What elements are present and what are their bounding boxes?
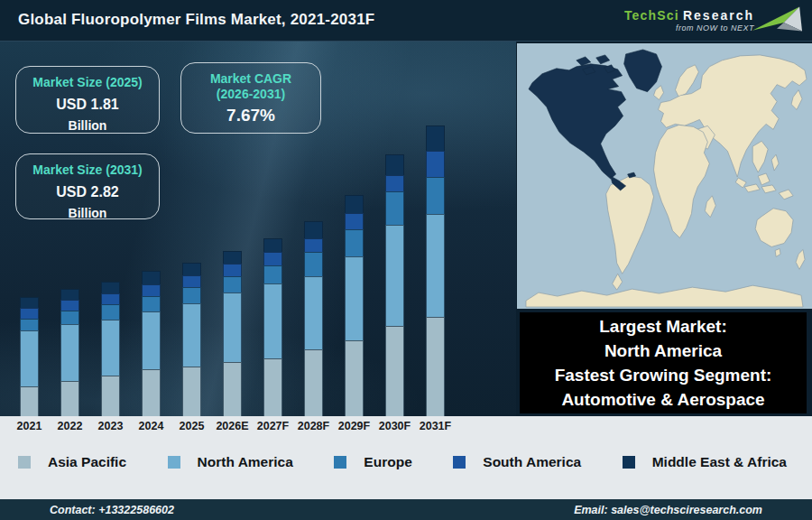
bar-segment-north-america: [345, 256, 364, 340]
stacked-bar: [182, 263, 201, 416]
bar-segment-middle-east-africa: [304, 221, 323, 238]
bar-segment-europe: [426, 177, 445, 214]
bar-segment-europe: [345, 229, 364, 256]
bar-segment-south-america: [20, 308, 39, 319]
year-label-2031f: 2031F: [415, 420, 456, 432]
legend-label: Middle East & Africa: [652, 454, 787, 470]
header: Global Fluoropolymer Films Market, 2021-…: [0, 0, 812, 42]
footer: Contact: +13322586602 Email: sales@techs…: [0, 499, 812, 520]
stacked-bar: [426, 125, 445, 416]
bar-chart-panel: Market Size (2025) USD 1.81 Billion Mark…: [0, 42, 516, 416]
bar-segment-south-america: [60, 300, 79, 311]
logo-brand-secondary: Research: [683, 8, 754, 23]
bar-segment-south-america: [263, 252, 282, 265]
bar-segment-middle-east-africa: [20, 297, 39, 308]
bar-segment-asia-pacific: [101, 376, 120, 416]
bar-segment-north-america: [20, 330, 39, 386]
bar-segment-asia-pacific: [426, 317, 445, 416]
bar-segment-europe: [223, 276, 242, 292]
bottom-band: 202120222023202420252026E2027F2028F2029F…: [0, 416, 812, 499]
bar-segment-south-america: [142, 284, 161, 296]
bar-segment-asia-pacific: [263, 358, 282, 416]
bar-segment-north-america: [182, 303, 201, 367]
legend-item-south-america: South America: [453, 454, 581, 470]
legend-label: Europe: [364, 454, 411, 470]
legend-swatch-south-america: [453, 456, 466, 469]
bar-segment-europe: [101, 304, 120, 320]
bar-segment-north-america: [142, 311, 161, 369]
bar-segment-middle-east-africa: [345, 195, 364, 213]
stacked-bar: [263, 238, 282, 416]
legend-item-europe: Europe: [334, 454, 411, 470]
bar-segment-north-america: [60, 324, 79, 381]
bar-segment-europe: [263, 265, 282, 283]
bar-segment-north-america: [101, 320, 120, 376]
bar-segment-asia-pacific: [345, 340, 364, 416]
bar-segment-asia-pacific: [223, 362, 242, 416]
bar-segment-north-america: [304, 276, 323, 349]
year-label-2027f: 2027F: [253, 420, 293, 432]
bar-segment-south-america: [385, 175, 404, 191]
logo-arrow-icon: [751, 4, 803, 38]
logo-tagline: from NOW to NEXT: [624, 24, 754, 32]
bar-segment-europe: [60, 311, 79, 324]
legend-item-asia-pacific: Asia Pacific: [18, 454, 126, 470]
bar-segment-asia-pacific: [20, 386, 39, 416]
logo-text: TechSciResearch from NOW to NEXT: [624, 9, 754, 32]
year-label-2028f: 2028F: [293, 420, 334, 432]
legend-item-middle-east-africa: Middle East & Africa: [623, 454, 787, 470]
bar-2021: [9, 42, 50, 416]
right-panel: Largest Market: North America Fastest Gr…: [516, 42, 812, 416]
bar-2027f: [253, 42, 293, 416]
bar-2022: [50, 42, 90, 416]
bar-segment-middle-east-africa: [142, 271, 161, 284]
bar-2024: [131, 42, 171, 416]
callout-line: North America: [520, 339, 807, 363]
bar-segment-europe: [20, 319, 39, 330]
bar-segment-asia-pacific: [60, 381, 79, 416]
legend-item-north-america: North America: [168, 454, 293, 470]
bar-segment-middle-east-africa: [223, 251, 242, 264]
legend-label: South America: [483, 454, 581, 470]
legend-swatch-europe: [334, 456, 346, 469]
year-label-2025: 2025: [171, 420, 212, 432]
legend-label: North America: [198, 454, 293, 470]
stacked-bar: [345, 195, 364, 416]
bar-2023: [90, 42, 131, 416]
bar-2026e: [212, 42, 253, 416]
bar-segment-middle-east-africa: [385, 154, 404, 175]
bar-segment-middle-east-africa: [60, 289, 79, 300]
bar-segment-europe: [304, 252, 323, 276]
legend-swatch-middle-east-africa: [623, 456, 635, 469]
world-map: [517, 43, 812, 309]
year-label-2021: 2021: [9, 420, 50, 432]
bar-segment-middle-east-africa: [263, 238, 282, 252]
bar-2031f: [415, 42, 456, 416]
bar-segment-asia-pacific: [385, 326, 404, 416]
bar-segment-north-america: [263, 283, 282, 358]
bar-segment-europe: [182, 287, 201, 303]
content: Market Size (2025) USD 1.81 Billion Mark…: [0, 42, 812, 416]
bar-2029f: [334, 42, 374, 416]
year-label-2026e: 2026E: [212, 420, 253, 432]
callout-box: Largest Market: North America Fastest Gr…: [520, 312, 807, 413]
bar-segment-middle-east-africa: [426, 125, 445, 151]
bar-segment-europe: [385, 191, 404, 225]
logo-brand-primary: TechSci: [624, 8, 679, 23]
legend-swatch-north-america: [168, 456, 180, 469]
stacked-bar: [20, 297, 39, 416]
bar-segment-middle-east-africa: [101, 282, 120, 293]
stacked-bar: [385, 154, 404, 416]
stacked-bar: [60, 289, 79, 416]
bar-2028f: [293, 42, 334, 416]
year-label-2023: 2023: [90, 420, 131, 432]
x-axis-labels: 202120222023202420252026E2027F2028F2029F…: [9, 420, 456, 432]
bar-2025: [171, 42, 212, 416]
chart-legend: Asia PacificNorth AmericaEuropeSouth Ame…: [0, 454, 812, 470]
bar-segment-north-america: [385, 225, 404, 326]
year-label-2030f: 2030F: [374, 420, 415, 432]
bar-segment-south-america: [223, 264, 242, 276]
year-label-2022: 2022: [50, 420, 90, 432]
bar-segment-north-america: [223, 292, 242, 362]
bar-segment-europe: [142, 296, 161, 311]
